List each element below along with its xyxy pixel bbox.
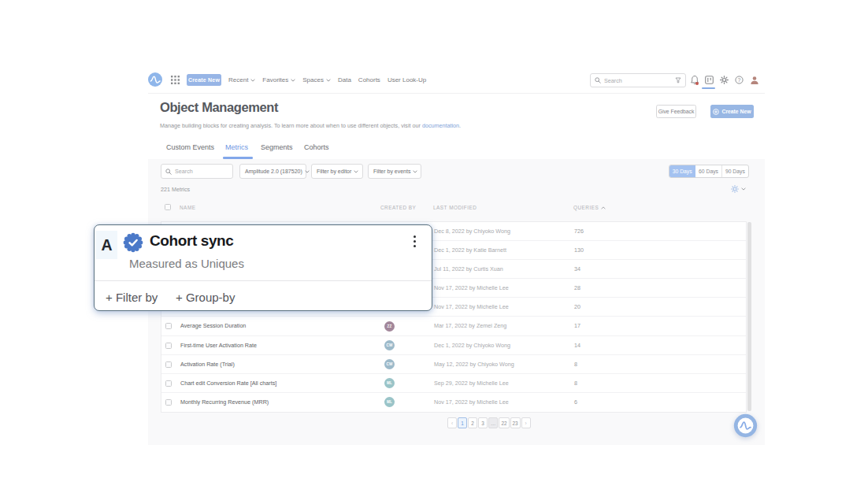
prev-button[interactable]: ‹: [447, 417, 457, 428]
page-button-3[interactable]: 3: [478, 417, 488, 428]
amplitude-logo-icon[interactable]: [148, 72, 162, 87]
apps-grid-icon[interactable]: [171, 76, 180, 84]
table-scrollbar[interactable]: [747, 222, 751, 411]
column-header-created-by[interactable]: CREATED BY: [380, 205, 416, 210]
nav-search-placeholder: Search: [604, 77, 672, 84]
row-queries: 726: [574, 222, 584, 241]
chevron-down-icon: [250, 79, 255, 82]
tab-segments[interactable]: Segments: [261, 143, 293, 151]
page-button-22[interactable]: 22: [499, 417, 509, 428]
table-search-placeholder: Search: [175, 168, 193, 175]
settings-gear-icon[interactable]: [719, 75, 729, 85]
row-last-modified: Dec 1, 2022 by Katie Barnett: [434, 241, 506, 260]
row-queries: 17: [574, 317, 580, 335]
row-last-modified: Nov 17, 2022 by Michelle Lee: [434, 393, 509, 412]
nav-menu: RecentFavoritesSpacesDataCohortsUser Loo…: [228, 66, 426, 94]
chevron-down-icon: [413, 170, 417, 173]
nav-item-favorites[interactable]: Favorites: [262, 76, 295, 83]
documentation-link[interactable]: documentation: [422, 122, 459, 129]
filter-by-events-dropdown[interactable]: Filter by events: [368, 164, 421, 179]
spaces-board-icon[interactable]: [704, 75, 714, 85]
tab-metrics[interactable]: Metrics: [225, 143, 248, 151]
row-last-modified: Dec 1, 2022 by Chiyoko Wong: [434, 336, 510, 355]
row-last-modified: Mar 17, 2022 by Zemei Zeng: [434, 317, 506, 335]
row-last-modified: Dec 8, 2022 by Chiyoko Wong: [434, 222, 510, 241]
column-header-name[interactable]: NAME: [180, 205, 195, 210]
page-subtitle: Manage building blocks for creating anal…: [160, 122, 461, 129]
project-selector-dropdown[interactable]: Amplitude 2.0 (187520): [239, 164, 306, 179]
range-60-days[interactable]: 60 Days: [695, 165, 721, 177]
row-queries: 6: [574, 393, 577, 412]
chevron-down-icon: [741, 187, 746, 191]
popup-title: Cohort sync: [150, 232, 233, 250]
row-queries: 34: [574, 260, 580, 279]
table-row[interactable]: First-time User Activation RateCWDec 1, …: [161, 336, 746, 355]
page-title: Object Management: [160, 100, 278, 115]
table-row[interactable]: Activation Rate (Trial)CWMay 12, 2022 by…: [161, 355, 746, 374]
column-header-queries[interactable]: QUERIES: [573, 205, 606, 210]
filter-by-button[interactable]: + Filter by: [106, 291, 158, 304]
row-queries: 20: [574, 298, 580, 317]
pagination: ‹123…2223›: [447, 417, 531, 428]
nav-item-data[interactable]: Data: [338, 76, 351, 83]
plus-circle-icon: [713, 109, 719, 115]
group-by-button[interactable]: + Group-by: [176, 291, 235, 304]
row-name: Average Session Duration: [180, 317, 246, 335]
creator-avatar: CW: [384, 340, 395, 350]
nav-item-cohorts[interactable]: Cohorts: [358, 76, 380, 83]
tab-custom-events[interactable]: Custom Events: [166, 143, 214, 151]
row-last-modified: Nov 17, 2022 by Michelle Lee: [434, 298, 509, 317]
create-new-button[interactable]: Create New: [710, 105, 754, 118]
select-all-checkbox[interactable]: [165, 204, 171, 210]
row-last-modified: Jul 11, 2022 by Curtis Xuan: [434, 260, 503, 279]
svg-text:?: ?: [738, 77, 741, 83]
amplitude-fab-button[interactable]: [733, 413, 758, 438]
next-button[interactable]: ›: [521, 417, 531, 428]
tab-cohorts[interactable]: Cohorts: [304, 143, 329, 151]
help-icon[interactable]: ?: [734, 75, 744, 85]
user-avatar-icon[interactable]: [749, 75, 759, 85]
metrics-count: 221 Metrics: [161, 186, 190, 193]
nav-item-user-look-up[interactable]: User Look-Up: [388, 76, 426, 83]
creator-avatar: ML: [384, 378, 395, 388]
spreadsheet-cell-a: A: [96, 231, 117, 259]
range-30-days[interactable]: 30 Days: [669, 165, 695, 177]
top-nav: Create New RecentFavoritesSpacesDataCoho…: [148, 66, 765, 94]
nav-search-input[interactable]: Search: [590, 73, 686, 87]
creator-avatar: ZZ: [384, 321, 395, 332]
table-row[interactable]: Chart edit Conversion Rate [All charts]M…: [161, 374, 746, 393]
row-checkbox[interactable]: [165, 361, 172, 368]
row-checkbox[interactable]: [165, 380, 172, 387]
row-name: Activation Rate (Trial): [180, 355, 235, 374]
page-button-2[interactable]: 2: [468, 417, 477, 428]
row-queries: 28: [574, 279, 580, 298]
give-feedback-button[interactable]: Give Feedback: [656, 105, 696, 118]
row-name: Chart edit Conversion Rate [All charts]: [180, 374, 276, 393]
row-checkbox[interactable]: [165, 323, 172, 329]
table-settings[interactable]: [731, 185, 746, 193]
chevron-down-icon: [326, 79, 331, 82]
search-icon: [595, 77, 601, 83]
column-header-last-modified[interactable]: LAST MODIFIED: [433, 205, 477, 210]
metric-popup-card: A Cohort sync Measured as Uniques + Filt…: [94, 224, 432, 311]
nav-item-spaces[interactable]: Spaces: [302, 76, 331, 83]
chevron-down-icon: [354, 170, 358, 173]
table-search-input[interactable]: Search: [161, 164, 233, 179]
chevron-down-icon: [291, 79, 295, 82]
nav-create-new-button[interactable]: Create New: [187, 74, 221, 86]
filter-by-editor-dropdown[interactable]: Filter by editor: [311, 164, 363, 179]
ellipsis-button[interactable]: …: [488, 417, 498, 428]
range-90-days[interactable]: 90 Days: [722, 165, 748, 177]
page-button-1[interactable]: 1: [458, 417, 467, 428]
day-range-toggle: 30 Days60 Days90 Days: [669, 165, 749, 178]
table-row[interactable]: Monthly Recurring Revenue (MRR)MLNov 17,…: [161, 393, 746, 412]
filter-funnel-icon[interactable]: [675, 77, 681, 83]
nav-item-recent[interactable]: Recent: [228, 76, 255, 83]
row-checkbox[interactable]: [165, 399, 172, 406]
more-options-kebab-icon[interactable]: [414, 235, 416, 247]
row-checkbox[interactable]: [165, 343, 172, 349]
row-name: First-time User Activation Rate: [180, 336, 257, 355]
table-row[interactable]: Average Session DurationZZMar 17, 2022 b…: [161, 317, 746, 335]
row-last-modified: May 12, 2022 by Chiyoko Wong: [434, 355, 514, 374]
page-button-23[interactable]: 23: [510, 417, 521, 428]
